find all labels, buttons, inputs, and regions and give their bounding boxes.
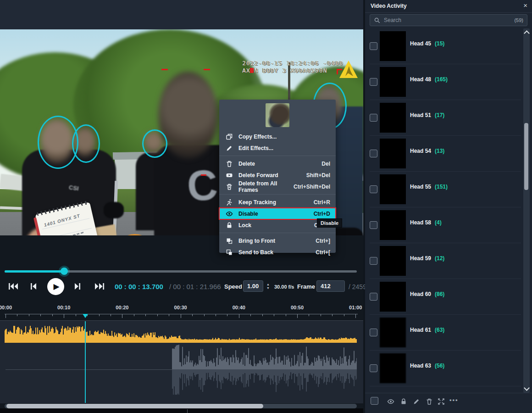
scrollbar-thumb[interactable] — [524, 123, 528, 190]
expand-icon[interactable] — [438, 398, 445, 405]
select-all-checkbox[interactable] — [371, 397, 378, 405]
activity-row[interactable]: Head 59(12) — [370, 243, 521, 279]
timecode-current: 00 : 00 : 13.700 — [115, 283, 163, 290]
menu-item-label: Lock — [238, 222, 314, 229]
selection-mark — [201, 174, 206, 176]
play-button[interactable]: ▶ — [47, 278, 64, 295]
scroll-down-icon[interactable] — [524, 385, 530, 391]
activity-row[interactable]: Head 55(151) — [370, 172, 521, 207]
head-thumbnail[interactable] — [380, 282, 406, 312]
frame-input[interactable] — [316, 280, 345, 292]
row-checkbox[interactable] — [370, 329, 377, 336]
osd-record-mark — [250, 68, 254, 73]
head-label: Head 61 — [410, 327, 431, 333]
face-tracking-ellipse[interactable] — [72, 124, 100, 163]
next-frame-button[interactable] — [74, 283, 81, 292]
menu-item-bring-to-front[interactable]: Bring to FrontCtrl+] — [219, 235, 336, 246]
pencil-icon — [226, 145, 233, 152]
head-thumbnail[interactable] — [380, 67, 406, 97]
menu-item-edit-effects[interactable]: Edit Effects... — [219, 142, 336, 154]
timecode-total: / 00 : 01 : 21.966 — [169, 283, 221, 290]
menu-item-delete-from-all-frames[interactable]: Delete from All FramesCtrl+Shift+Del — [219, 181, 336, 192]
menu-item-keep-tracking[interactable]: Keep TrackingCtrl+R — [219, 196, 336, 208]
row-checkbox[interactable] — [370, 114, 377, 122]
search-input[interactable] — [383, 17, 514, 24]
speed-label: Speed — [224, 283, 242, 290]
more-options-icon[interactable]: ••• — [449, 396, 459, 403]
head-thumbnail[interactable] — [380, 246, 406, 276]
head-thumbnail[interactable] — [380, 139, 406, 168]
vertical-scrollbar[interactable] — [523, 28, 530, 393]
ruler-tick-label: 00:30 — [174, 305, 187, 310]
panel-header: Video Activity × — [365, 0, 532, 13]
menu-item-label: Send to Back — [238, 249, 316, 256]
head-thumbnail[interactable] — [380, 174, 406, 204]
row-checkbox[interactable] — [370, 257, 377, 265]
row-checkbox[interactable] — [370, 150, 377, 157]
menu-divider — [219, 156, 336, 156]
panel-toolbar: ••• — [365, 393, 532, 410]
speed-input[interactable] — [243, 280, 263, 292]
lock-icon[interactable] — [400, 398, 407, 405]
menu-item-label: Disable — [238, 211, 314, 217]
menu-item-shortcut: Ctrl+Shift+Del — [294, 184, 330, 190]
head-thumbnail[interactable] — [380, 318, 406, 347]
search-bar[interactable]: (59) — [370, 14, 527, 26]
eye-icon — [226, 210, 233, 218]
timeline-playhead-marker[interactable] — [83, 314, 88, 318]
trash-icon — [226, 160, 233, 167]
row-checkbox[interactable] — [370, 42, 377, 50]
trash-icon[interactable] — [426, 398, 433, 405]
head-thumbnail[interactable] — [380, 103, 406, 133]
face-tracking-ellipse[interactable] — [142, 129, 167, 158]
menu-item-send-to-back[interactable]: Send to BackCtrl+[ — [219, 246, 336, 258]
menu-item-delete-forward[interactable]: Delete ForwardShift+Del — [219, 169, 336, 181]
ruler-major-tick — [355, 314, 356, 318]
fps-label: 30.00 f/s — [274, 284, 294, 290]
prev-frame-button[interactable] — [30, 283, 37, 292]
menu-item-label: Delete — [238, 161, 321, 167]
head-thumbnail[interactable] — [380, 31, 406, 61]
scroll-up-icon[interactable] — [524, 30, 530, 36]
row-checkbox[interactable] — [370, 221, 377, 229]
head-thumbnail[interactable] — [380, 353, 406, 383]
activity-row[interactable]: Head 45(15) — [370, 28, 521, 64]
seek-slider-thumb[interactable] — [61, 268, 68, 275]
activity-row[interactable]: Head 51(17) — [370, 100, 521, 136]
skip-end-button[interactable] — [94, 283, 105, 292]
vest-letter: C — [185, 161, 219, 211]
menu-item-shortcut: Del — [321, 161, 330, 167]
head-count: (12) — [435, 255, 444, 262]
row-checkbox[interactable] — [370, 185, 377, 193]
pencil-icon[interactable] — [413, 398, 420, 405]
close-icon[interactable]: × — [523, 1, 527, 9]
video-activity-panel: Video Activity × (59) Head 45(15)Head 48… — [365, 0, 532, 413]
menu-item-label: Copy Effects... — [238, 134, 330, 140]
activity-row[interactable]: Head 60(86) — [370, 279, 521, 315]
row-checkbox[interactable] — [370, 364, 377, 372]
menu-item-label: Delete Forward — [238, 172, 306, 179]
speed-stepper[interactable]: ▲▼ — [265, 280, 271, 292]
ruler-tick-label: 00:50 — [291, 305, 304, 310]
stepper-up-icon[interactable]: ▲ — [266, 283, 270, 286]
ruler-major-tick — [239, 314, 239, 318]
activity-row[interactable]: Head 58(4) — [370, 207, 521, 243]
head-count: (56) — [435, 363, 444, 369]
playhead-line[interactable] — [85, 321, 86, 403]
skip-start-button[interactable] — [8, 283, 18, 292]
timeline-hscrollbar-thumb[interactable] — [6, 404, 263, 408]
activity-row[interactable]: Head 54(13) — [370, 136, 521, 172]
stepper-down-icon[interactable]: ▼ — [266, 286, 270, 290]
row-checkbox[interactable] — [370, 293, 377, 301]
eye-icon[interactable] — [387, 398, 394, 405]
activity-row[interactable]: Head 63(56) — [370, 351, 521, 386]
menu-divider — [219, 194, 336, 195]
activity-row[interactable]: Head 48(165) — [370, 64, 521, 100]
activity-row[interactable]: Head 61(63) — [370, 315, 521, 351]
menu-item-disable[interactable]: DisableCtrl+D — [219, 208, 336, 219]
menu-item-delete[interactable]: DeleteDel — [219, 158, 336, 169]
glove — [104, 202, 124, 218]
menu-item-copy-effects[interactable]: Copy Effects... — [219, 131, 336, 142]
row-checkbox[interactable] — [370, 78, 377, 86]
head-thumbnail[interactable] — [380, 210, 406, 240]
